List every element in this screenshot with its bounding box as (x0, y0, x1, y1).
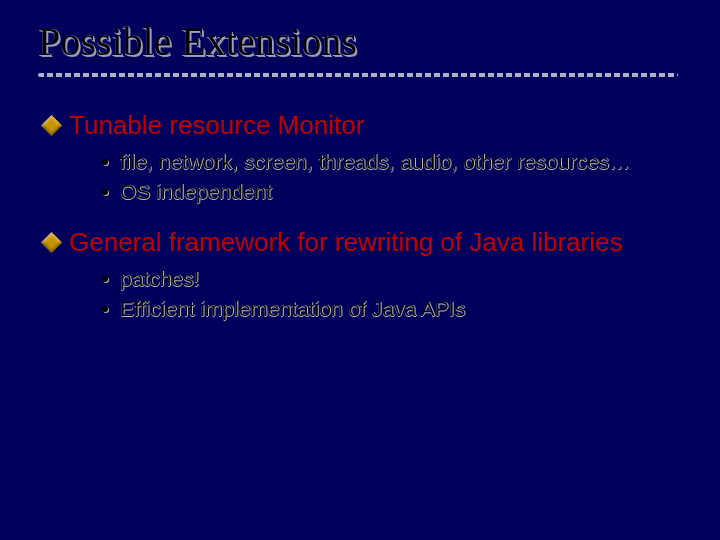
list-item: file, network, screen, threads, audio, o… (102, 148, 690, 176)
diamond-bullet-icon (41, 115, 62, 136)
section-2-list: patches! Efficient implementation of Jav… (102, 265, 690, 324)
list-item: Efficient implementation of Java APIs (102, 295, 690, 323)
section-1-list: file, network, screen, threads, audio, o… (102, 148, 690, 207)
section-1-title: Tunable resource Monitor (69, 109, 364, 142)
section-1: Tunable resource Monitor file, network, … (36, 109, 690, 206)
list-item: OS independent (102, 178, 690, 206)
section-2: General framework for rewriting of Java … (36, 226, 690, 323)
list-item-text: file, network, screen, threads, audio, o… (120, 148, 630, 176)
bullet-dot-icon (102, 276, 108, 282)
diamond-bullet-icon (41, 232, 62, 253)
list-item-text: Efficient implementation of Java APIs (120, 295, 465, 323)
slide-title: Possible Extensions (38, 18, 690, 65)
list-item: patches! (102, 265, 690, 293)
bullet-dot-icon (102, 189, 108, 195)
title-underline (38, 73, 678, 77)
section-2-title: General framework for rewriting of Java … (69, 226, 622, 259)
bullet-dot-icon (102, 159, 108, 165)
section-1-header: Tunable resource Monitor (44, 109, 690, 142)
slide: Possible Extensions Tunable resource Mon… (0, 0, 720, 540)
list-item-text: OS independent (120, 178, 272, 206)
section-2-header: General framework for rewriting of Java … (44, 226, 690, 259)
list-item-text: patches! (120, 265, 199, 293)
bullet-dot-icon (102, 306, 108, 312)
